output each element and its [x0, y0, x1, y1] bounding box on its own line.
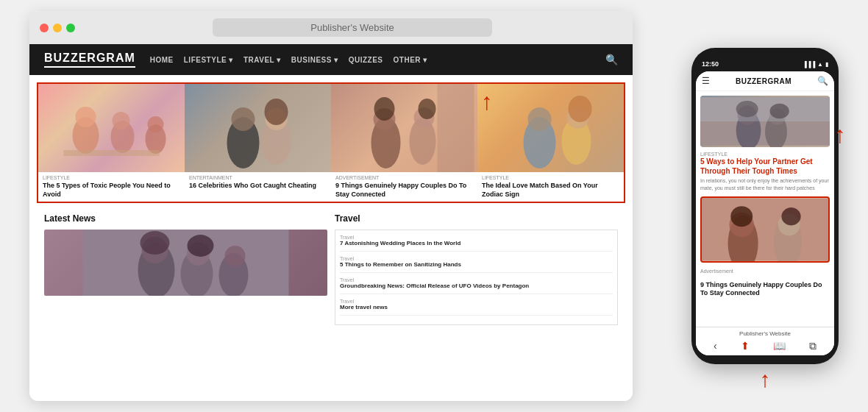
svg-rect-41 — [702, 199, 828, 260]
card-meta-3: Advertisement 9 Things Genuinely Happy C… — [331, 172, 477, 202]
card-meta-4: Lifestyle The Ideal Love Match Based On … — [477, 172, 624, 202]
close-button[interactable] — [40, 24, 49, 32]
card-title-1: The 5 Types of Toxic People You Need to … — [43, 182, 180, 199]
svg-point-17 — [419, 99, 436, 119]
svg-point-5 — [148, 116, 164, 132]
svg-point-30 — [188, 235, 214, 257]
maximize-button[interactable] — [66, 24, 75, 32]
mobile-hero-category: Lifestyle — [700, 152, 830, 157]
card-category-1: Lifestyle — [43, 175, 180, 180]
latest-news-title: Latest News — [44, 213, 327, 224]
svg-point-3 — [113, 112, 130, 129]
svg-point-20 — [528, 107, 552, 131]
article-image-3 — [331, 84, 477, 172]
svg-rect-6 — [64, 150, 160, 156]
travel-title-4[interactable]: More travel news — [340, 304, 613, 310]
desktop-red-arrow: ↑ — [481, 88, 493, 116]
back-icon[interactable]: ‹ — [714, 340, 717, 352]
nav-home[interactable]: HOME — [150, 56, 174, 64]
website-content: BUZZERGRAM HOME LIFESTYLE ▾ TRAVEL ▾ BUS… — [29, 44, 633, 401]
mobile-hero-description: In relations, you not only enjoy the ach… — [700, 177, 830, 192]
nav-links: HOME LIFESTYLE ▾ TRAVEL ▾ BUSINESS ▾ QUI… — [150, 56, 591, 64]
article-image-1 — [38, 84, 185, 172]
article-image-2 — [185, 84, 331, 172]
traffic-lights — [40, 24, 75, 32]
nav-business[interactable]: BUSINESS ▾ — [291, 56, 338, 64]
article-card-1[interactable]: Lifestyle The 5 Types of Toxic People Yo… — [38, 84, 185, 202]
svg-rect-18 — [438, 84, 474, 172]
svg-point-14 — [374, 97, 395, 121]
mobile-top-arrow: ↑ — [834, 121, 846, 149]
card-meta-2: Entertainment 16 Celebrities Who Got Cau… — [185, 172, 331, 193]
phone-status-bar: 12:50 ▐▐▐ ▲ ▮ — [696, 57, 834, 71]
mobile-logo: BUZZERGRAM — [736, 77, 791, 85]
svg-point-23 — [569, 96, 592, 122]
phone-screen: ☰ BUZZERGRAM 🔍 — [696, 71, 834, 355]
mobile-bottom-bar: Publisher's Website ‹ ⬆ 📖 ⧉ — [696, 327, 834, 355]
svg-point-11 — [265, 99, 288, 125]
latest-news-image — [44, 230, 327, 296]
address-bar[interactable]: Publisher's Website — [213, 18, 492, 37]
mobile-featured-image[interactable] — [700, 196, 830, 263]
card-category-3: Advertisement — [335, 175, 473, 180]
article-image-4 — [477, 84, 624, 172]
site-body: Lifestyle The 5 Types of Toxic People Yo… — [29, 75, 633, 401]
mobile-phone-wrapper: ↑ 12:50 ▐▐▐ ▲ ▮ ☰ BUZZERGRAM 🔍 — [691, 48, 839, 364]
travel-cat-3: Travel — [340, 277, 613, 283]
card-meta-1: Lifestyle The 5 Types of Toxic People Yo… — [38, 172, 185, 202]
mobile-article-meta: Lifestyle 5 Ways to Help Your Partner Ge… — [700, 152, 830, 192]
nav-lifestyle[interactable]: LIFESTYLE ▾ — [184, 56, 233, 64]
card-category-4: Lifestyle — [482, 175, 619, 180]
site-logo: BUZZERGRAM — [44, 52, 135, 68]
bottom-section: Latest News — [37, 213, 625, 325]
svg-point-32 — [225, 246, 246, 266]
phone-frame: 12:50 ▐▐▐ ▲ ▮ ☰ BUZZERGRAM 🔍 — [691, 48, 839, 364]
travel-title: Travel — [335, 213, 618, 224]
mobile-content: Lifestyle 5 Ways to Help Your Partner Ge… — [696, 91, 834, 327]
svg-rect-40 — [700, 97, 830, 121]
search-icon[interactable]: 🔍 — [605, 54, 618, 65]
article-card-3[interactable]: Advertisement 9 Things Genuinely Happy C… — [331, 84, 477, 202]
mobile-featured-category: Advertisement — [700, 269, 830, 274]
mobile-search-icon[interactable]: 🔍 — [817, 76, 828, 86]
article-card-4[interactable]: Lifestyle The Ideal Love Match Based On … — [477, 84, 624, 202]
travel-item-1: Travel 7 Astonishing Wedding Places In t… — [340, 235, 613, 252]
mobile-bottom-arrow: ↑ — [760, 367, 771, 392]
travel-cat-2: Travel — [340, 256, 613, 261]
travel-title-1[interactable]: 7 Astonishing Wedding Places In the Worl… — [340, 240, 613, 246]
card-title-4: The Ideal Love Match Based On Your Zodia… — [482, 182, 619, 199]
phone-signal: ▐▐▐ ▲ ▮ — [803, 61, 828, 68]
mobile-featured-title[interactable]: 9 Things Genuinely Happy Couples Do To S… — [700, 281, 830, 298]
tabs-icon[interactable]: ⧉ — [809, 340, 817, 352]
mobile-hero-image — [700, 96, 830, 147]
hamburger-icon[interactable]: ☰ — [702, 76, 710, 86]
phone-time: 12:50 — [702, 60, 719, 68]
minimize-button[interactable] — [53, 24, 62, 32]
desktop-browser: Publisher's Website BUZZERGRAM HOME LIFE… — [29, 11, 633, 401]
site-navigation: BUZZERGRAM HOME LIFESTYLE ▾ TRAVEL ▾ BUS… — [29, 44, 633, 75]
travel-title-2[interactable]: 5 Things to Remember on Sanitizing Hands — [340, 261, 613, 268]
travel-item-2: Travel 5 Things to Remember on Sanitizin… — [340, 256, 613, 273]
travel-item-4: Travel More travel news — [340, 299, 613, 316]
mobile-hero-title[interactable]: 5 Ways to Help Your Partner Get Through … — [700, 157, 830, 176]
card-category-2: Entertainment — [189, 175, 327, 180]
mobile-toolbar: ‹ ⬆ 📖 ⧉ — [702, 340, 828, 352]
svg-point-44 — [730, 206, 753, 227]
share-icon[interactable]: ⬆ — [741, 340, 750, 352]
card-title-2: 16 Celebrities Who Got Caught Cheating — [189, 182, 327, 191]
card-title-3: 9 Things Genuinely Happy Couples Do To S… — [335, 182, 473, 199]
article-card-2[interactable]: Entertainment 16 Celebrities Who Got Cau… — [185, 84, 331, 202]
bookmark-icon[interactable]: 📖 — [773, 340, 786, 352]
latest-news-section: Latest News — [44, 213, 327, 325]
travel-title-3[interactable]: Groundbreaking News: Official Release of… — [340, 283, 613, 289]
travel-cat-1: Travel — [340, 235, 613, 240]
svg-point-8 — [232, 107, 255, 131]
browser-chrome: Publisher's Website — [29, 11, 633, 44]
travel-item-3: Travel Groundbreaking News: Official Rel… — [340, 277, 613, 294]
nav-travel[interactable]: TRAVEL ▾ — [243, 56, 281, 64]
travel-cat-4: Travel — [340, 299, 613, 304]
nav-other[interactable]: OTHER ▾ — [394, 56, 427, 64]
svg-point-1 — [76, 107, 96, 127]
publisher-website-label: Publisher's Website — [739, 330, 791, 337]
nav-quizzes[interactable]: QUIZZES — [349, 56, 383, 64]
